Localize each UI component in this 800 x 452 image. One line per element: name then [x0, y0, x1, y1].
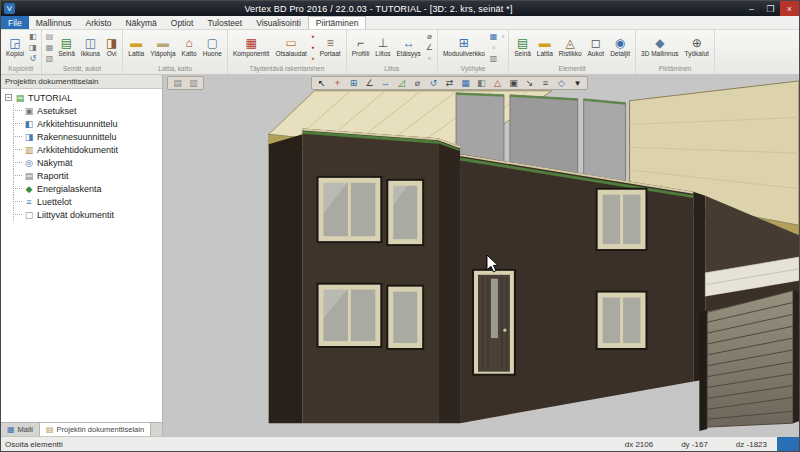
main-lower-window[interactable] [596, 291, 648, 350]
g4-tool-3-button[interactable]: ▪ [310, 53, 317, 64]
collapse-icon[interactable]: − [5, 94, 12, 101]
swap-tool-icon[interactable]: ⇄ [442, 77, 457, 89]
crosshair-tool-icon[interactable]: + [330, 77, 345, 89]
g6-tool-4-button[interactable]: ▫ [499, 31, 506, 42]
main-upper-window[interactable] [596, 188, 648, 251]
app-icon[interactable]: V [4, 3, 15, 14]
bottom-tab-malli[interactable]: ▦ Malli [1, 423, 40, 436]
maximize-button[interactable]: ❐ [761, 1, 780, 16]
menu-tab-piirtaminen[interactable]: Piirtäminen [308, 16, 367, 29]
tree-item-nakymat[interactable]: ◎ Näkymät [5, 156, 162, 169]
liitos-button[interactable]: ⊥ Liitos [372, 31, 393, 64]
grid-snap-tool-icon[interactable]: ⊞ [346, 77, 361, 89]
half-snap-tool-icon[interactable]: ◧ [474, 77, 489, 89]
ovi-button[interactable]: ◨ Ovi [103, 31, 120, 64]
elementti-seina-button[interactable]: ▤ Seinä [511, 31, 534, 64]
view-page-2-icon[interactable]: ▥ [186, 77, 201, 89]
front-door[interactable] [472, 269, 516, 376]
distance-tool-icon[interactable]: ↔ [378, 77, 393, 89]
bay-upper-window-narrow[interactable] [386, 179, 424, 246]
ristikko-button[interactable]: ◬ Ristikko [556, 31, 585, 64]
g2-tool-1-button[interactable]: ▤ [44, 31, 56, 42]
tree-item-arkkitehtisuunnittelu[interactable]: ◧ Arkkitehtisuunnittelu [5, 117, 162, 130]
tree-item-arkkitehtidokumentit[interactable]: ▥ Arkkitehtidokumentit [5, 143, 162, 156]
profiili-button[interactable]: ⌐ Profiili [349, 31, 373, 64]
rotate-tool-icon[interactable]: ↺ [426, 77, 441, 89]
garage-door[interactable] [707, 291, 793, 427]
panel-header: Projektin dokumenttiselain [1, 75, 162, 89]
komponentit-button[interactable]: ▦ Komponentit [230, 31, 273, 64]
aukot-button[interactable]: ◻ Aukot [585, 31, 608, 64]
g4-tool-1-button[interactable]: ▪ [310, 31, 317, 42]
g5-tool-3-button[interactable]: ▫ [426, 53, 433, 64]
g6-tool-2-button[interactable]: ▫ [490, 42, 497, 53]
elementti-lattia-button[interactable]: ▬ Lattia [534, 31, 556, 64]
bay-walls[interactable] [269, 128, 460, 423]
close-button[interactable]: × [780, 1, 799, 16]
list-tool-icon[interactable]: ≡ [538, 77, 553, 89]
kopioi-button[interactable]: ◲ Kopioi [3, 31, 27, 64]
grid-tool-icon[interactable]: ▦ [458, 77, 473, 89]
select-tool-icon[interactable]: ↖ [314, 77, 329, 89]
g5-tool-2-button[interactable]: ∠ [424, 42, 435, 53]
tree-item-raportit[interactable]: ▤ Raportit [5, 169, 162, 182]
tree-item-energialaskenta[interactable]: ◆ Energialaskenta [5, 182, 162, 195]
bay-lower-window-narrow[interactable] [386, 285, 424, 350]
house-3d-model[interactable] [163, 75, 799, 436]
g1-tool-2-button[interactable]: ◨ [27, 42, 39, 53]
tree-item-rakennesuunnittelu[interactable]: ◨ Rakennesuunnittelu [5, 130, 162, 143]
katto-button[interactable]: ⌂ Katto [179, 31, 200, 64]
portaat-button[interactable]: ≡ Portaat [317, 31, 344, 64]
tree-item-icon: ◎ [24, 158, 34, 168]
box-snap-tool-icon[interactable]: ▣ [506, 77, 521, 89]
mallinnus-3d-button[interactable]: ◆ 3D Mallinnus [638, 31, 682, 64]
angle-tool-icon[interactable]: ∠ [362, 77, 377, 89]
bottom-tab-projektin-dokumenttiselain[interactable]: ▤ Projektin dokumenttiselain [40, 423, 151, 436]
otsalaudat-button[interactable]: ▭ Otsalaudat [272, 31, 309, 64]
menu-tab-mallinnus[interactable]: Mallinnus [29, 16, 79, 29]
bay-lower-window-wide[interactable] [317, 283, 383, 348]
menu-tab-file[interactable]: File [1, 16, 29, 29]
diamond-snap-tool-icon[interactable]: ◇ [554, 77, 569, 89]
g6-tool-1-button[interactable]: ▦ [488, 31, 500, 42]
garage-wing[interactable] [699, 196, 799, 431]
detaljit-button[interactable]: ◉ Detaljit [607, 31, 633, 64]
move-se-tool-icon[interactable]: ↘ [522, 77, 537, 89]
tree-item-asetukset[interactable]: ▣ Asetukset [5, 104, 162, 117]
g5-tool-1-button[interactable]: ⌀ [425, 31, 434, 42]
tree-item-icon: ▣ [24, 106, 34, 116]
menu-tab-arkisto[interactable]: Arkisto [79, 16, 119, 29]
lattia-button[interactable]: ▬ Lattia [125, 31, 147, 64]
toolbar-more-icon[interactable]: ▾ [570, 77, 585, 89]
view-page-1-icon[interactable]: ▤ [170, 77, 185, 89]
huone-button[interactable]: ▢ Huone [200, 31, 225, 64]
bay-upper-window-wide[interactable] [317, 176, 383, 243]
g4-tool-2-button[interactable]: ▪ [310, 42, 317, 53]
menu-tab-visualisointi[interactable]: Visualisointi [249, 16, 308, 29]
tree-item-liittyvat-dokumentit[interactable]: ▢ Liittyvät dokumentit [5, 208, 162, 221]
etaisyys-button[interactable]: ↔ Etäisyys [394, 31, 424, 64]
diameter-tool-icon[interactable]: ⌀ [410, 77, 425, 89]
moduuliverkko-button[interactable]: ⊞ Moduuliverkko [440, 31, 488, 64]
g1-tool-1-button[interactable]: ◧ [27, 31, 39, 42]
group-label-piirtaminen: Piirtäminen [638, 64, 712, 74]
viewport-3d[interactable]: ▤▥ ↖+⊞∠↔◿⌀↺⇄▦◧△▣↘≡◇▾ [163, 75, 799, 436]
g2-tool-2-button[interactable]: ▦ [44, 42, 56, 53]
menu-tab-tulosteet[interactable]: Tulosteet [200, 16, 249, 29]
triangle-snap-tool-icon[interactable]: ◿ [394, 77, 409, 89]
ikkuna-button[interactable]: ◫ Ikkuna [78, 31, 103, 64]
ribbon-group-taydentava-rakentaminen: ▦ Komponentit ▭ Otsalaudat ▪ ▪ ▪ [228, 30, 347, 74]
tyokalut-button[interactable]: ⊕ Työkalut [682, 31, 712, 64]
seina-button[interactable]: ▤ Seinä [55, 31, 78, 64]
g1-tool-3-button[interactable]: ↺ [28, 53, 39, 64]
minimize-button[interactable]: – [742, 1, 761, 16]
g2-tool-3-button[interactable]: ▧ [44, 53, 56, 64]
menu-tab-optiot[interactable]: Optiot [164, 16, 201, 29]
menu-tab-nakyma[interactable]: Näkymä [119, 16, 164, 29]
tree-item-luettelot[interactable]: ≡ Luettelot [5, 195, 162, 208]
tree-root-tutorial[interactable]: − ▤ TUTORIAL [5, 91, 162, 104]
window-controls: – ❐ × [742, 1, 799, 16]
ylapohja-button[interactable]: ▬ Yläpohja [147, 31, 178, 64]
g6-tool-3-button[interactable]: ▥ [488, 53, 500, 64]
point-snap-tool-icon[interactable]: △ [490, 77, 505, 89]
